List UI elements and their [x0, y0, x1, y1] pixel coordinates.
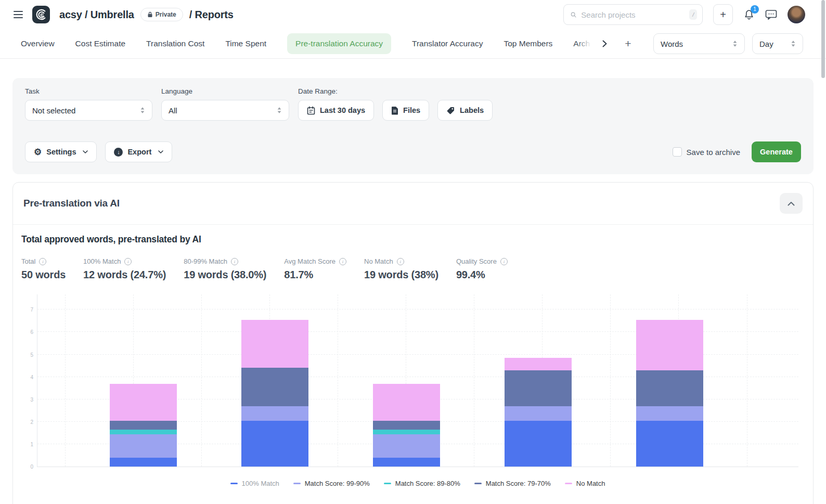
- legend-item[interactable]: No Match: [565, 480, 605, 487]
- search-input[interactable]: [581, 10, 685, 19]
- chat-icon: [765, 9, 777, 20]
- notification-count-badge: 1: [751, 5, 759, 14]
- report-tabs: Overview Cost Estimate Translation Cost …: [21, 33, 593, 54]
- legend-dash-icon: [230, 483, 238, 484]
- unit-select[interactable]: Words: [653, 33, 745, 54]
- gridline-horizontal: [37, 309, 798, 309]
- tab-translator-accuracy[interactable]: Translator Accuracy: [412, 39, 483, 48]
- info-icon[interactable]: i: [231, 258, 238, 265]
- tab-archive-truncated[interactable]: Arch: [573, 39, 593, 48]
- app-logo[interactable]: [32, 6, 50, 23]
- bar-segment: [110, 384, 177, 421]
- date-range-button[interactable]: Last 30 days: [298, 100, 374, 121]
- page-scrollbar[interactable]: [821, 0, 825, 78]
- stepper-arrows-icon: [732, 40, 738, 47]
- legend-label: Match Score: 89-80%: [395, 480, 460, 487]
- tab-time-spent[interactable]: Time Spent: [225, 39, 266, 48]
- collapse-card-button[interactable]: [780, 193, 803, 214]
- stat-quality-score: Quality Score i 99.4%: [456, 257, 508, 281]
- info-icon[interactable]: i: [500, 258, 508, 265]
- save-to-archive-label: Save to archive: [687, 148, 740, 157]
- legend-dash-icon: [474, 483, 482, 484]
- y-axis-tick-label: 7: [22, 307, 33, 313]
- tabs-scroll-right-button[interactable]: [602, 40, 607, 47]
- bar-segment: [373, 434, 440, 458]
- bar-segment: [110, 421, 177, 430]
- gridline-vertical: [201, 294, 202, 467]
- caret-down-icon: [83, 150, 88, 153]
- y-axis-tick-label: 6: [22, 329, 33, 335]
- save-to-archive-checkbox[interactable]: [673, 147, 682, 157]
- legend-label: No Match: [576, 480, 605, 487]
- create-project-button[interactable]: +: [713, 4, 733, 25]
- tab-translation-cost[interactable]: Translation Cost: [146, 39, 204, 48]
- info-icon[interactable]: i: [339, 258, 346, 265]
- section-title: Total approved words, pre-translated by …: [21, 234, 805, 245]
- stacked-bar: [505, 358, 572, 467]
- bar-segment: [636, 406, 703, 421]
- legend-item[interactable]: Match Score: 79-70%: [474, 480, 551, 487]
- stat-label: Total: [21, 257, 35, 265]
- info-icon[interactable]: i: [397, 258, 404, 265]
- language-label: Language: [161, 87, 289, 95]
- bar-segment: [373, 384, 440, 421]
- stacked-bar-chart: 01234567 100% MatchMatch Score: 99-90%Ma…: [21, 294, 805, 487]
- labels-filter-label: Labels: [460, 106, 484, 114]
- breadcrumb: acsy / Umbrella Private / Reports: [59, 8, 234, 21]
- breadcrumb-project[interactable]: acsy / Umbrella: [59, 9, 134, 21]
- top-bar: acsy / Umbrella Private / Reports / +: [0, 0, 826, 29]
- stat-avg-match-score: Avg Match Score i 81.7%: [284, 257, 346, 281]
- unit-select-value: Words: [661, 40, 683, 48]
- date-range-label: Date Range:: [298, 87, 493, 95]
- language-select[interactable]: All: [161, 100, 289, 121]
- stacked-bar: [636, 320, 703, 467]
- report-filter-panel: Task Not selected Language All: [12, 78, 814, 174]
- search-box[interactable]: /: [563, 4, 703, 25]
- add-report-tab-button[interactable]: +: [625, 37, 631, 50]
- info-icon[interactable]: i: [39, 258, 46, 265]
- search-shortcut-key: /: [689, 9, 697, 20]
- messages-button[interactable]: [765, 9, 777, 20]
- stat-100-match: 100% Match i 12 words (24.7%): [83, 257, 166, 281]
- labels-filter-button[interactable]: Labels: [437, 100, 493, 121]
- y-axis-tick-label: 1: [22, 442, 33, 447]
- chevron-right-icon: [602, 40, 607, 47]
- stacked-bar: [241, 320, 308, 467]
- legend-item[interactable]: 100% Match: [230, 480, 279, 487]
- bar-segment: [505, 421, 572, 467]
- export-dropdown-button[interactable]: ↓ Export: [105, 141, 172, 162]
- generate-button[interactable]: Generate: [752, 141, 801, 162]
- bar-segment: [110, 434, 177, 458]
- info-icon[interactable]: i: [124, 258, 132, 265]
- tab-top-members[interactable]: Top Members: [504, 39, 552, 48]
- stat-label: Avg Match Score: [284, 257, 335, 265]
- files-filter-button[interactable]: Files: [382, 100, 429, 121]
- legend-item[interactable]: Match Score: 99-90%: [293, 480, 370, 487]
- task-label: Task: [25, 87, 152, 95]
- y-axis-tick-label: 0: [22, 464, 33, 470]
- gridline-vertical: [65, 294, 66, 467]
- stacked-bar: [110, 384, 177, 467]
- task-select-value: Not selected: [32, 106, 75, 115]
- export-button-label: Export: [127, 148, 151, 156]
- tab-pre-translation-accuracy[interactable]: Pre-translation Accuracy: [287, 33, 391, 54]
- notifications-button[interactable]: 1: [743, 9, 755, 21]
- bar-segment: [110, 458, 177, 467]
- period-select[interactable]: Day: [752, 33, 803, 54]
- stat-no-match: No Match i 19 words (38%): [364, 257, 438, 281]
- task-select[interactable]: Not selected: [25, 100, 152, 121]
- stat-value: 12 words (24.7%): [83, 269, 166, 281]
- stat-label: Quality Score: [456, 257, 497, 265]
- tab-overview[interactable]: Overview: [21, 39, 55, 48]
- settings-dropdown-button[interactable]: ⚙ Settings: [25, 141, 97, 162]
- legend-item[interactable]: Match Score: 89-80%: [384, 480, 460, 487]
- stacked-bar: [373, 384, 440, 467]
- save-to-archive-option[interactable]: Save to archive: [673, 147, 740, 157]
- stat-value: 81.7%: [284, 269, 346, 281]
- tab-cost-estimate[interactable]: Cost Estimate: [75, 39, 125, 48]
- calendar-icon: [307, 106, 315, 115]
- bar-segment: [505, 370, 572, 406]
- hamburger-menu-icon[interactable]: [11, 8, 25, 21]
- legend-dash-icon: [293, 483, 301, 484]
- user-avatar[interactable]: [788, 6, 805, 23]
